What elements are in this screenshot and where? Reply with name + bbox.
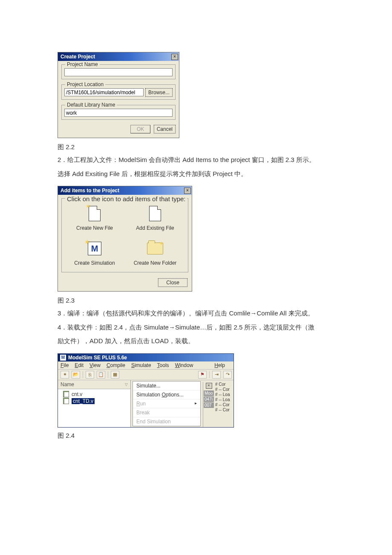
transcript-line: # -- Cor xyxy=(215,402,233,408)
add-items-dialog: Add items to the Project × Click on the … xyxy=(58,186,192,292)
new-file-icon xyxy=(89,206,101,221)
default-library-fieldset: Default Library Name xyxy=(61,105,176,120)
transcript-line: # Cor xyxy=(215,382,233,387)
modelsim-window: M ModelSim SE PLUS 5.6e File Edit View C… xyxy=(58,353,234,428)
open-icon[interactable]: 📂 xyxy=(72,371,80,379)
caption-2-2: 图 2.2 xyxy=(58,143,334,151)
para-step4-line2: 励文件），ADD 加入，然后点击 LOAD，装载。 xyxy=(58,335,334,347)
wizard-icon[interactable]: ✴ xyxy=(61,371,69,379)
grid-icon[interactable]: ▦ xyxy=(111,371,119,379)
file-name-selected: cnt_TD.v xyxy=(72,398,95,404)
tag-007: 007 xyxy=(204,402,214,408)
dlg2-titlebar: Add items to the Project × xyxy=(58,186,192,195)
default-library-input[interactable] xyxy=(64,109,173,117)
close-button[interactable]: Close xyxy=(158,278,187,287)
simulate-dropdown: Simulate... Simulation Options... Run Br… xyxy=(133,381,201,426)
copy-icon[interactable]: ⎘ xyxy=(86,371,94,379)
transcript-line: # -- Cor xyxy=(215,387,233,392)
transcript-line: # -- Cor xyxy=(215,408,233,413)
flag-icon[interactable]: ⚑ xyxy=(198,371,207,379)
paste-icon[interactable]: 📋 xyxy=(97,371,105,379)
add-existing-file-item[interactable]: Add Existing File xyxy=(125,204,185,231)
side-header[interactable]: Name ▽ xyxy=(58,380,130,389)
menubar: File Edit View Compile Simulate Tools Wi… xyxy=(58,361,233,370)
transcript-line: # -- Loa xyxy=(215,397,233,402)
right-panels: × Moo 047i 007 # Cor # -- Cor # -- Loa #… xyxy=(203,380,233,427)
cancel-button[interactable]: Cancel xyxy=(154,125,176,133)
create-simulation-item[interactable]: M Create Simulation xyxy=(64,239,125,266)
ms-titlebar: M ModelSim SE PLUS 5.6e xyxy=(58,354,233,361)
step-over-icon[interactable]: ↷ xyxy=(223,371,232,379)
panel-close-icon[interactable]: × xyxy=(206,383,212,389)
menu-file[interactable]: File xyxy=(61,362,69,368)
folder-icon xyxy=(147,243,163,254)
default-library-legend: Default Library Name xyxy=(65,102,117,108)
close-icon[interactable]: × xyxy=(171,54,178,60)
project-name-legend: Project Name xyxy=(65,61,100,67)
project-name-fieldset: Project Name xyxy=(61,64,176,79)
para-step2-line1: 2．给工程加入文件：ModelSim 会自动弹出 Add Items to th… xyxy=(58,154,334,166)
file-icon xyxy=(149,206,161,221)
menu-edit[interactable]: Edit xyxy=(75,362,84,368)
menu-help[interactable]: Help xyxy=(214,362,225,368)
menu-window[interactable]: Window xyxy=(175,362,193,368)
create-new-file-label: Create New File xyxy=(64,225,125,231)
toolbar-separator xyxy=(83,371,83,378)
file-name: cnt.v xyxy=(72,391,82,397)
simulate-menu-area: Simulate... Simulation Options... Run Br… xyxy=(131,380,203,427)
file-row[interactable]: cnt_TD.v xyxy=(63,398,129,405)
menu-simulate[interactable]: Simulate xyxy=(131,362,151,368)
para-step2-line2: 选择 Add Exsiting File 后，根据相应提示将文件加到该 Proj… xyxy=(58,168,334,180)
para-step4-line1: 4．装载文件：如图 2.4，点击 Simulate→Simulate…后，如图 … xyxy=(58,321,334,334)
modelsim-logo-icon: M xyxy=(60,354,66,361)
menu-view[interactable]: View xyxy=(89,362,101,368)
caption-2-3: 图 2.3 xyxy=(58,297,334,305)
toolbar-right: ⚑ ⇥ ↷ xyxy=(196,370,233,380)
dd-end-simulation[interactable]: End Simulation xyxy=(133,417,200,426)
side-header-label: Name xyxy=(61,382,74,387)
sort-icon: ▽ xyxy=(125,382,128,387)
project-location-legend: Project Location xyxy=(65,81,105,87)
transcript-snippet: # Cor # -- Cor # -- Loa # -- Loa # -- Co… xyxy=(214,382,233,427)
tag-moo: Moo xyxy=(204,390,214,396)
project-location-input[interactable] xyxy=(64,88,144,96)
toolbar-separator xyxy=(209,371,210,378)
dlg1-titlebar: Create Project × xyxy=(58,52,179,61)
modelsim-icon: M xyxy=(88,242,101,255)
right-tags-panel: × Moo 047i 007 xyxy=(203,382,214,427)
ok-button[interactable]: OK xyxy=(130,125,150,133)
menu-compile[interactable]: Compile xyxy=(107,362,125,368)
close-icon[interactable]: × xyxy=(184,188,191,194)
dd-simulate[interactable]: Simulate... xyxy=(133,382,200,390)
dlg1-title: Create Project xyxy=(61,54,95,60)
create-new-file-item[interactable]: Create New File xyxy=(64,204,125,231)
menu-tools[interactable]: Tools xyxy=(157,362,169,368)
project-side-panel: Name ▽ cnt.v cnt_TD.v xyxy=(58,380,131,427)
para-step3: 3．编译：编译（包括源代码和库文件的编译）。编译可点击 Comlile→Coml… xyxy=(58,307,334,320)
browse-button[interactable]: Browse... xyxy=(145,88,173,97)
verilog-file-icon xyxy=(63,398,69,404)
ms-title: ModelSim SE PLUS 5.6e xyxy=(68,355,127,361)
create-new-folder-item[interactable]: Create New Folder xyxy=(125,239,185,266)
create-new-folder-label: Create New Folder xyxy=(125,260,185,266)
create-simulation-label: Create Simulation xyxy=(64,260,125,266)
add-items-legend: Click on the icon to add items of that t… xyxy=(65,195,187,202)
dd-break[interactable]: Break xyxy=(133,408,200,417)
toolbar-left: ✴ 📂 ⎘ 📋 ▦ xyxy=(58,370,196,380)
dd-simulation-options[interactable]: Simulation Options... xyxy=(133,390,200,399)
dlg2-title: Add items to the Project xyxy=(61,188,119,194)
project-name-input[interactable] xyxy=(64,68,173,76)
project-location-fieldset: Project Location Browse... xyxy=(61,84,176,100)
transcript-line: # -- Loa xyxy=(215,392,233,397)
add-existing-file-label: Add Existing File xyxy=(125,225,185,231)
tag-047: 047i xyxy=(204,396,214,402)
add-items-fieldset: Click on the icon to add items of that t… xyxy=(61,198,188,272)
caption-2-4: 图 2.4 xyxy=(58,432,334,440)
toolbar-separator xyxy=(108,371,108,378)
step-icon[interactable]: ⇥ xyxy=(212,371,221,379)
create-project-dialog: Create Project × Project Name Project Lo… xyxy=(58,52,179,138)
verilog-file-icon xyxy=(63,391,69,397)
dd-run[interactable]: Run xyxy=(133,399,200,408)
file-row[interactable]: cnt.v xyxy=(63,391,129,398)
